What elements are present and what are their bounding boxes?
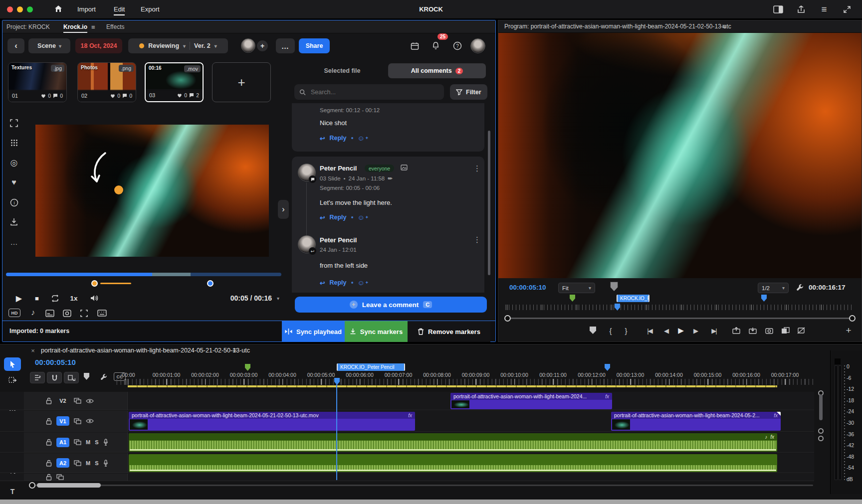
scrollbar-handle-left[interactable] xyxy=(504,315,511,322)
collaborator-avatar[interactable] xyxy=(241,38,255,53)
filter-button[interactable]: Filter xyxy=(450,84,487,100)
info-icon[interactable]: i xyxy=(7,195,21,209)
chevron-down-icon[interactable]: ▾ xyxy=(183,43,186,49)
selection-tool[interactable] xyxy=(4,357,21,371)
track-a2[interactable]: A2 M S xyxy=(0,453,814,473)
mic-icon[interactable] xyxy=(103,460,108,467)
timeline-vscroll-handle[interactable] xyxy=(819,394,823,420)
add-button[interactable]: + xyxy=(843,325,855,336)
like-heart-icon[interactable]: ♥ xyxy=(7,175,21,189)
lock-icon[interactable] xyxy=(46,439,52,446)
reply-button[interactable]: Reply xyxy=(329,135,346,142)
blue-marker[interactable] xyxy=(605,364,610,371)
panel-menu-icon[interactable]: ≡ xyxy=(722,22,726,30)
add-reaction-icon[interactable]: ☺ xyxy=(358,279,365,287)
search-input[interactable] xyxy=(310,88,439,96)
keyboard-shortcuts-button[interactable] xyxy=(95,308,108,318)
step-forward-button[interactable]: ▶ xyxy=(689,326,702,336)
lock-icon[interactable] xyxy=(46,474,52,481)
track-label[interactable]: A2 xyxy=(56,458,69,468)
blue-comment-marker[interactable] xyxy=(207,280,214,287)
stop-button[interactable]: ■ xyxy=(30,292,43,304)
track-v2[interactable]: V2 portrait-of-attractive-asian-woman-wi… xyxy=(0,392,814,410)
timeline-hscroll-handle[interactable] xyxy=(37,483,101,488)
solo-button[interactable]: S xyxy=(95,460,98,466)
mute-button[interactable]: M xyxy=(86,460,90,466)
green-marker[interactable] xyxy=(245,364,250,371)
track-label[interactable]: V1 xyxy=(56,416,69,426)
workspace-icon[interactable] xyxy=(772,4,784,15)
date-button[interactable]: 18 Oct, 2024 xyxy=(75,38,122,53)
step-back-button[interactable]: ◀ xyxy=(660,326,673,336)
subtitles-button[interactable] xyxy=(43,308,56,318)
play-button[interactable]: ▶ xyxy=(12,292,25,304)
export-share-icon[interactable] xyxy=(795,4,807,15)
loop-button[interactable] xyxy=(48,292,61,304)
back-button[interactable]: ‹ xyxy=(7,38,24,53)
marker-tool-icon[interactable] xyxy=(610,282,618,291)
clip-v1-second[interactable]: portrait-of-attractive-asian-woman-with-… xyxy=(611,412,781,431)
extract-button[interactable] xyxy=(746,326,759,336)
source-patch-icon[interactable] xyxy=(56,474,64,480)
blue-marker[interactable] xyxy=(761,295,767,302)
comments-list[interactable]: Segment: 00:12 - 00:12 Nice shot ↩ Reply… xyxy=(286,103,492,293)
timeline-zoom-handle[interactable] xyxy=(818,436,824,441)
remove-markers-button[interactable]: Remove markers xyxy=(408,321,490,342)
comment-menu-button[interactable]: ⋮ xyxy=(473,235,481,244)
settings-wrench-icon[interactable] xyxy=(795,282,806,293)
orange-comment-marker[interactable] xyxy=(91,280,98,287)
go-to-out-button[interactable]: ▶| xyxy=(707,326,720,336)
edit-pencil-icon[interactable]: ✏ xyxy=(388,175,393,182)
file-tile-video-selected[interactable]: 00:16 .mov 03 0 2 xyxy=(145,62,204,102)
reply-button[interactable]: Reply xyxy=(329,279,346,286)
krock-marker-label[interactable]: KROCK.IO_Peter Pencil xyxy=(337,363,405,371)
play-button[interactable]: ▶ xyxy=(674,326,687,336)
file-tile-textures[interactable]: Textures .jpg 01 0 0 xyxy=(8,62,67,102)
comparison-view-button[interactable] xyxy=(779,326,792,336)
review-video-preview[interactable] xyxy=(35,125,269,257)
lock-icon[interactable] xyxy=(46,460,52,467)
clip-a1-audio[interactable]: ♪fx xyxy=(129,433,777,452)
eye-icon[interactable] xyxy=(86,418,94,424)
solo-button[interactable]: S xyxy=(95,439,98,445)
fullscreen-icon[interactable] xyxy=(841,4,853,15)
source-patch-icon[interactable] xyxy=(74,460,81,466)
grid-view-icon[interactable] xyxy=(7,136,21,150)
source-patch-icon[interactable] xyxy=(74,439,81,445)
add-reaction-icon[interactable]: ☺ xyxy=(358,213,365,221)
user-avatar[interactable] xyxy=(470,38,485,53)
program-ruler[interactable] xyxy=(505,305,855,310)
leave-comment-button[interactable]: + Leave a comment C xyxy=(295,297,487,313)
proxy-toggle-button[interactable] xyxy=(795,326,808,336)
download-icon[interactable] xyxy=(7,215,21,229)
notifications-bell-icon[interactable] xyxy=(429,39,442,52)
track-a1[interactable]: A1 M S ♪fx xyxy=(0,432,814,453)
volume-icon[interactable] xyxy=(87,292,101,304)
expand-view-icon[interactable] xyxy=(7,116,21,130)
main-menu-icon[interactable]: ≡ xyxy=(818,4,830,15)
comment-menu-button[interactable]: ⋮ xyxy=(473,164,481,173)
version-dropdown[interactable]: Ver. 2 xyxy=(194,42,211,49)
sequence-menu-icon[interactable]: ≡ xyxy=(232,346,236,354)
camera-export-frame-button[interactable] xyxy=(763,326,776,336)
mic-icon[interactable] xyxy=(103,439,108,446)
clip-v1-first[interactable]: portrait-of-attractive-asian-woman-with-… xyxy=(129,412,415,431)
file-tile-photos[interactable]: Photos .png 02 0 0 xyxy=(77,62,136,102)
tab-all-comments[interactable]: All comments 2 xyxy=(388,63,486,78)
track-label[interactable]: A1 xyxy=(56,438,69,447)
fullscreen-preview-button[interactable] xyxy=(77,308,90,318)
timeline-ruler-labels[interactable]: :00:0000:00:01:0000:00:02:0000:00:03:000… xyxy=(0,372,814,379)
close-sequence-icon[interactable]: × xyxy=(29,346,37,354)
playback-resolution-dropdown[interactable]: 1/2 ▾ xyxy=(758,283,789,293)
tab-menu-icon[interactable]: ≡ xyxy=(91,23,95,31)
lock-icon[interactable] xyxy=(46,418,52,425)
clip-a2-audio[interactable] xyxy=(129,454,777,472)
track-v1[interactable]: V1 portrait-of-attractive-asian-woman-wi… xyxy=(0,411,814,432)
krock-marker-label[interactable]: KROCK.IO_P xyxy=(617,295,649,302)
reply-button[interactable]: Reply xyxy=(329,214,346,221)
track-label[interactable]: V2 xyxy=(56,396,69,406)
timeline-vscroll-bottom[interactable] xyxy=(818,428,824,434)
help-icon[interactable]: ? xyxy=(450,39,464,52)
record-annotation-icon[interactable]: ◎ xyxy=(7,156,21,169)
timeline-hscroll-track[interactable] xyxy=(30,485,813,486)
